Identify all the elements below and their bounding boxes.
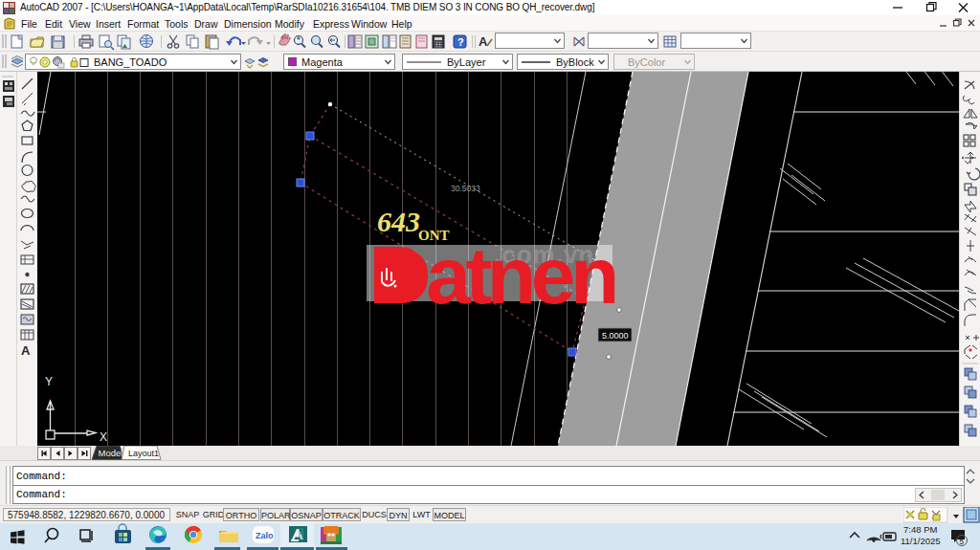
svg-text:Model: Model — [99, 448, 123, 458]
svg-text:?: ? — [457, 36, 464, 48]
svg-text:Zalo: Zalo — [256, 531, 274, 540]
svg-text:A: A — [479, 34, 488, 49]
svg-text:A: A — [21, 343, 31, 358]
svg-text:30.5033: 30.5033 — [451, 184, 480, 193]
svg-text:Datnen: Datnen — [373, 231, 615, 320]
svg-text:X: X — [100, 430, 107, 444]
svg-text:Y: Y — [45, 375, 53, 388]
svg-text:Layout1: Layout1 — [128, 449, 159, 458]
svg-text:7:48 PM: 7:48 PM — [903, 524, 937, 535]
svg-text:11/1/2025: 11/1/2025 — [901, 536, 941, 546]
svg-text:5: 5 — [960, 538, 965, 546]
svg-text:5.0000: 5.0000 — [602, 331, 629, 341]
